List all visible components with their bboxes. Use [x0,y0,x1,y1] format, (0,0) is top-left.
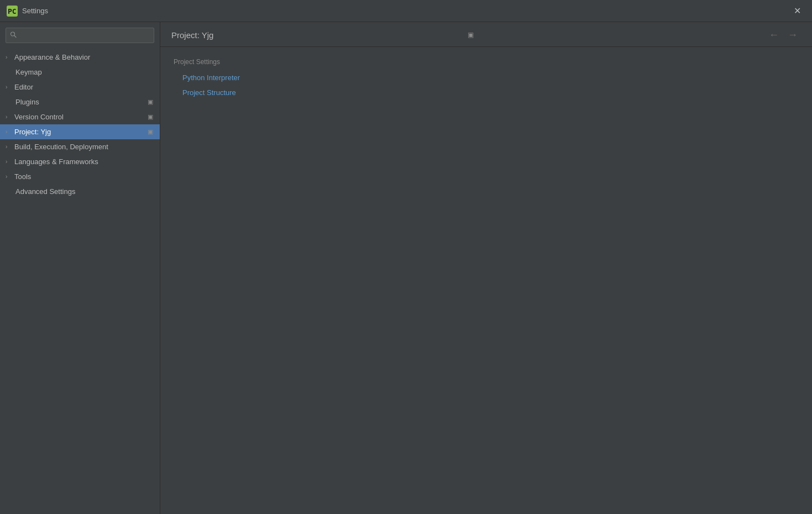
svg-text:PC: PC [8,7,17,15]
sidebar-item-label: Editor [14,83,153,91]
sidebar-item-keymap[interactable]: Keymap [0,65,160,80]
pin-icon: ▣ [148,98,153,106]
sidebar-item-tools[interactable]: › Tools [0,169,160,184]
sidebar-item-label: Appearance & Behavior [14,53,153,61]
sidebar-item-version-control[interactable]: › Version Control ▣ [0,109,160,124]
chevron-right-icon: › [6,159,11,165]
back-button[interactable]: ← [766,29,782,41]
pin-icon: ▣ [148,128,153,135]
panel-pin-icon: ▣ [468,31,474,39]
sidebar: › Appearance & Behavior Keymap › Editor … [0,22,160,514]
main-content: › Appearance & Behavior Keymap › Editor … [0,22,812,514]
sidebar-item-label: Languages & Frameworks [14,158,153,166]
sidebar-item-label: Version Control [14,113,145,121]
search-box [6,28,154,43]
python-interpreter-link[interactable]: Python Interpreter [174,72,799,83]
sidebar-item-appearance[interactable]: › Appearance & Behavior [0,50,160,65]
sidebar-item-advanced-settings[interactable]: Advanced Settings [0,184,160,199]
sidebar-item-label: Keymap [15,68,153,76]
svg-line-3 [14,36,16,38]
sidebar-item-build[interactable]: › Build, Execution, Deployment [0,139,160,154]
chevron-right-icon: › [6,174,11,180]
nav-buttons: ← → [766,29,801,41]
app-logo: PC [7,6,18,17]
sidebar-item-label: Tools [14,172,153,181]
chevron-right-icon: › [6,129,11,135]
search-icon [10,32,17,40]
panel-body: Project Settings Python Interpreter Proj… [160,47,812,514]
settings-window: PC Settings ✕ › [0,0,812,514]
sidebar-item-languages[interactable]: › Languages & Frameworks [0,154,160,169]
title-bar: PC Settings ✕ [0,0,812,22]
chevron-right-icon: › [6,84,11,90]
chevron-right-icon: › [6,54,11,60]
panel-title: Project: Yjg [171,30,463,40]
sidebar-nav: › Appearance & Behavior Keymap › Editor … [0,48,160,514]
search-input[interactable] [6,28,154,43]
sidebar-item-label: Plugins [15,98,145,106]
sidebar-item-project-yjg[interactable]: › Project: Yjg ▣ [0,124,160,139]
pin-icon: ▣ [148,113,153,120]
forward-button[interactable]: → [784,29,801,41]
sidebar-item-editor[interactable]: › Editor [0,80,160,95]
svg-point-2 [11,32,15,36]
chevron-right-icon: › [6,144,11,150]
sidebar-item-plugins[interactable]: Plugins ▣ [0,95,160,109]
panel-header: Project: Yjg ▣ ← → [160,22,812,47]
sidebar-item-label: Advanced Settings [15,187,153,196]
right-panel: Project: Yjg ▣ ← → Project Settings Pyth… [160,22,812,514]
chevron-right-icon: › [6,114,11,120]
project-structure-link[interactable]: Project Structure [174,87,799,98]
window-title: Settings [22,7,789,15]
sidebar-item-label: Build, Execution, Deployment [14,143,153,151]
section-label: Project Settings [174,58,799,66]
sidebar-item-label: Project: Yjg [14,128,145,136]
close-button[interactable]: ✕ [789,4,805,18]
